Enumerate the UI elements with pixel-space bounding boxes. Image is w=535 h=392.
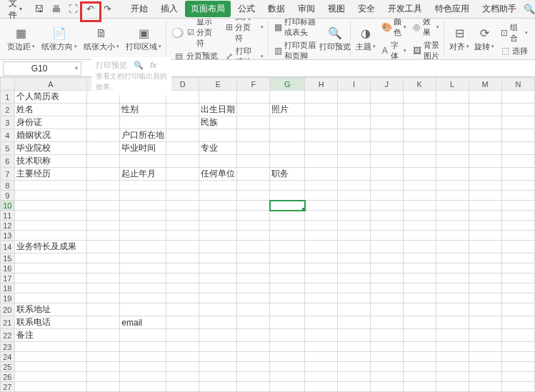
print-button[interactable]: 🖶 xyxy=(48,2,64,16)
cell[interactable] xyxy=(237,155,270,168)
cell[interactable] xyxy=(199,181,237,191)
column-header[interactable]: F xyxy=(237,78,270,91)
cell[interactable] xyxy=(237,129,270,142)
row-header[interactable]: 4 xyxy=(1,129,15,142)
cell[interactable] xyxy=(370,316,403,329)
cell[interactable] xyxy=(469,263,501,273)
cell[interactable] xyxy=(237,293,270,303)
cell[interactable] xyxy=(237,263,270,273)
cell[interactable] xyxy=(199,191,237,201)
cell[interactable]: 联系地址 xyxy=(14,303,87,316)
cell[interactable] xyxy=(469,155,501,168)
row-header[interactable]: 3 xyxy=(1,116,15,129)
column-header[interactable]: A xyxy=(14,78,87,91)
cell[interactable] xyxy=(305,231,338,241)
cell[interactable] xyxy=(270,116,305,129)
cell[interactable]: 备注 xyxy=(14,329,87,342)
cell[interactable] xyxy=(501,352,534,362)
cell[interactable]: 毕业院校 xyxy=(14,142,87,155)
cell[interactable] xyxy=(166,263,199,273)
row-header[interactable]: 5 xyxy=(1,142,15,155)
cell[interactable] xyxy=(166,191,199,201)
cell[interactable] xyxy=(199,241,237,253)
cell[interactable] xyxy=(237,91,270,104)
cell[interactable] xyxy=(199,91,237,104)
cell[interactable] xyxy=(501,201,534,211)
margins-button[interactable]: ▦页边距▾ xyxy=(5,25,37,54)
redo-button[interactable]: ↷ xyxy=(99,2,115,16)
cell[interactable] xyxy=(14,211,87,221)
cell[interactable] xyxy=(166,273,199,283)
cell[interactable] xyxy=(199,372,237,382)
cell[interactable] xyxy=(270,129,305,142)
row-header[interactable]: 16 xyxy=(1,263,15,273)
cell[interactable] xyxy=(270,303,305,316)
row-header[interactable]: 8 xyxy=(1,181,15,191)
cell[interactable] xyxy=(270,372,305,382)
cell[interactable] xyxy=(166,155,199,168)
cell[interactable] xyxy=(166,181,199,191)
cell[interactable] xyxy=(436,241,469,253)
header-footer-button[interactable]: ▥打印页眉和页脚 xyxy=(272,39,320,60)
cell[interactable] xyxy=(14,382,87,392)
row-header[interactable]: 15 xyxy=(1,253,15,263)
cell[interactable]: 身份证 xyxy=(14,116,87,129)
cell[interactable] xyxy=(370,293,403,303)
cell[interactable]: 民族 xyxy=(199,116,237,129)
cell[interactable] xyxy=(120,181,166,191)
cell[interactable] xyxy=(403,191,436,201)
tab-developer[interactable]: 开发工具 xyxy=(382,1,428,17)
cell[interactable] xyxy=(338,382,371,392)
row-header[interactable]: 9 xyxy=(1,191,15,201)
cell[interactable] xyxy=(370,91,403,104)
select-button[interactable]: ⬚选择 xyxy=(498,45,530,57)
cell[interactable] xyxy=(403,293,436,303)
cell[interactable] xyxy=(305,362,338,372)
cell[interactable] xyxy=(270,263,305,273)
cell[interactable] xyxy=(14,253,87,263)
cell[interactable] xyxy=(166,104,199,116)
column-header[interactable]: E xyxy=(199,78,237,91)
cell[interactable]: 专业 xyxy=(199,142,237,155)
cell[interactable] xyxy=(87,372,120,382)
cell[interactable] xyxy=(436,293,469,303)
cell[interactable] xyxy=(166,231,199,241)
cell[interactable] xyxy=(403,211,436,221)
cell[interactable] xyxy=(305,116,338,129)
effects-button[interactable]: ◎效果▾ xyxy=(411,19,441,39)
cell[interactable] xyxy=(338,342,371,352)
row-header[interactable]: 1 xyxy=(1,91,15,104)
cell[interactable] xyxy=(403,104,436,116)
cell[interactable] xyxy=(370,201,403,211)
tab-data[interactable]: 数据 xyxy=(262,1,291,17)
cell[interactable] xyxy=(403,129,436,142)
cell[interactable] xyxy=(120,241,166,253)
cell[interactable] xyxy=(501,293,534,303)
cell[interactable] xyxy=(87,211,120,221)
cell[interactable] xyxy=(469,211,501,221)
cell[interactable] xyxy=(501,91,534,104)
cell[interactable] xyxy=(199,352,237,362)
cell[interactable] xyxy=(270,201,305,211)
cell[interactable] xyxy=(338,168,371,181)
cell[interactable] xyxy=(501,231,534,241)
cell[interactable] xyxy=(14,221,87,231)
cell[interactable] xyxy=(270,352,305,362)
cell[interactable] xyxy=(338,129,371,142)
cell[interactable] xyxy=(166,142,199,155)
cell[interactable] xyxy=(87,241,120,253)
cell[interactable] xyxy=(199,155,237,168)
cell[interactable] xyxy=(370,116,403,129)
cell[interactable] xyxy=(436,372,469,382)
cell[interactable] xyxy=(469,293,501,303)
cell[interactable] xyxy=(237,104,270,116)
cell[interactable] xyxy=(436,211,469,221)
cell[interactable] xyxy=(120,191,166,201)
rotate-button[interactable]: ⟳旋转▾ xyxy=(473,25,496,54)
cell[interactable] xyxy=(14,201,87,211)
cell[interactable] xyxy=(120,329,166,342)
cell[interactable] xyxy=(237,201,270,211)
cell[interactable] xyxy=(338,211,371,221)
cell[interactable] xyxy=(436,283,469,293)
align-button[interactable]: ⊟对齐▾ xyxy=(448,25,471,54)
